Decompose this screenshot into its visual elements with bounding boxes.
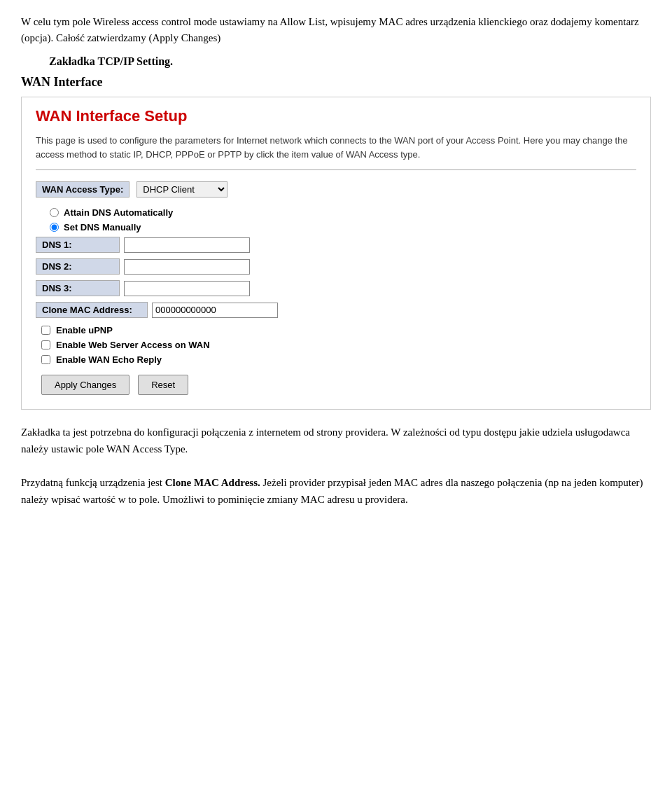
attain-dns-label: Attain DNS Automatically	[64, 207, 173, 218]
dns1-input[interactable]	[124, 237, 250, 253]
dns1-row: DNS 1:	[36, 237, 636, 253]
dns3-row: DNS 3:	[36, 280, 636, 296]
wan-box-title: WAN Interface Setup	[36, 107, 636, 125]
upnp-checkbox[interactable]	[41, 326, 50, 335]
clone-mac-address-bold: Clone MAC Address.	[165, 477, 260, 488]
wan-access-type-select[interactable]: DHCP Client Static IP PPPoE PPTP	[136, 181, 227, 198]
wan-access-type-row: WAN Access Type: DHCP Client Static IP P…	[36, 181, 636, 198]
set-dns-radio[interactable]	[50, 223, 59, 232]
clone-mac-label: Clone MAC Address:	[36, 302, 148, 318]
dns3-label: DNS 3:	[36, 280, 120, 296]
wan-interface-box: WAN Interface Setup This page is used to…	[21, 97, 651, 410]
separator	[36, 169, 636, 170]
dns1-label: DNS 1:	[36, 237, 120, 253]
set-dns-label: Set DNS Manually	[64, 222, 141, 233]
web-server-label: Enable Web Server Access on WAN	[56, 340, 210, 350]
web-server-checkbox-row: Enable Web Server Access on WAN	[41, 340, 636, 350]
intro-text: W celu tym pole Wireless access control …	[21, 14, 651, 46]
clone-mac-row: Clone MAC Address:	[36, 302, 636, 318]
footer-line2-start: Przydatną funkcją urządzenia jest	[21, 477, 165, 488]
footer-line2: Przydatną funkcją urządzenia jest Clone …	[21, 474, 651, 508]
reset-button[interactable]: Reset	[138, 375, 188, 395]
web-server-checkbox[interactable]	[41, 340, 50, 349]
dns2-input[interactable]	[124, 259, 250, 275]
radio-set-dns-row: Set DNS Manually	[50, 222, 636, 233]
apply-changes-button[interactable]: Apply Changes	[41, 375, 130, 395]
tcp-section-title: Zakładka TCP/IP Setting.	[49, 55, 651, 68]
echo-reply-checkbox[interactable]	[41, 355, 50, 364]
echo-reply-label: Enable WAN Echo Reply	[56, 354, 162, 365]
clone-mac-input[interactable]	[152, 303, 278, 318]
upnp-checkbox-row: Enable uPNP	[41, 325, 636, 335]
dns2-row: DNS 2:	[36, 258, 636, 275]
footer-line1: Zakładka ta jest potrzebna do konfigurac…	[21, 424, 651, 457]
attain-dns-radio[interactable]	[50, 208, 59, 217]
wan-description: This page is used to configure the param…	[36, 134, 636, 161]
echo-reply-checkbox-row: Enable WAN Echo Reply	[41, 354, 636, 365]
upnp-label: Enable uPNP	[56, 325, 113, 335]
wan-access-type-label: WAN Access Type:	[36, 181, 130, 198]
footer-section: Zakładka ta jest potrzebna do konfigurac…	[21, 424, 651, 508]
button-row: Apply Changes Reset	[41, 375, 636, 395]
dns2-label: DNS 2:	[36, 258, 120, 275]
wan-section-label: WAN Interface	[21, 75, 651, 90]
radio-attain-dns-row: Attain DNS Automatically	[50, 207, 636, 218]
dns3-input[interactable]	[124, 281, 250, 296]
